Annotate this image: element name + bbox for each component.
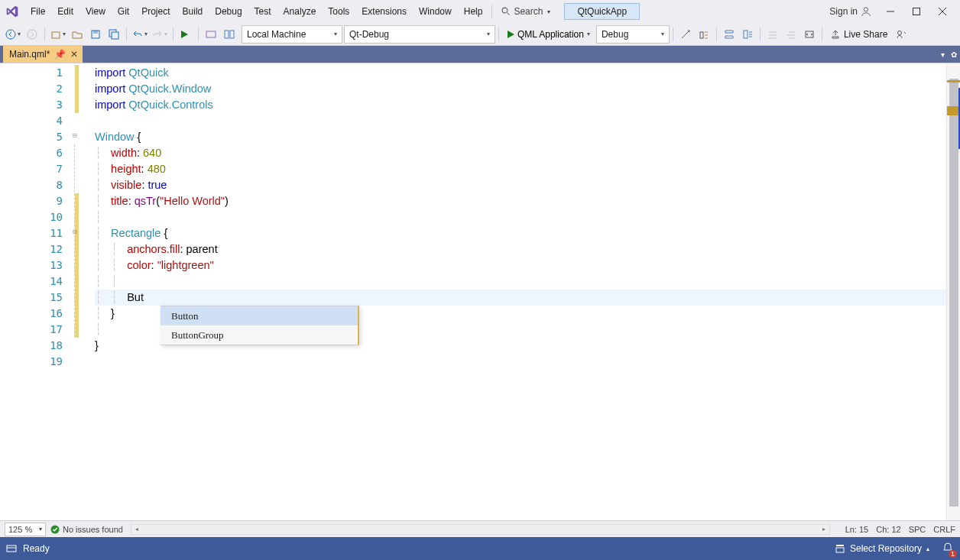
search-label: Search <box>514 6 543 17</box>
menu-debug[interactable]: Debug <box>209 0 248 23</box>
separator <box>673 28 673 41</box>
launch-config-combo[interactable]: Debug▾ <box>596 25 670 44</box>
redo-button[interactable]: ▾ <box>150 25 170 44</box>
menu-file[interactable]: File <box>24 0 51 23</box>
run-qml-label: QML Application <box>517 29 584 40</box>
doc-well-menu-icon[interactable]: ▾ <box>941 50 945 59</box>
line-ending[interactable]: CRLF <box>933 525 955 534</box>
solution-name-box[interactable]: QtQuickApp <box>564 3 640 20</box>
menu-view[interactable]: View <box>79 0 112 23</box>
solution-config-button[interactable] <box>202 25 220 44</box>
svg-rect-25 <box>836 548 844 552</box>
completion-item[interactable]: ButtonGroup <box>161 325 358 345</box>
menu-tools[interactable]: Tools <box>322 0 355 23</box>
repo-caret-icon: ▴ <box>926 545 929 552</box>
live-share-icon <box>830 29 841 40</box>
file-tab-label: Main.qml* <box>9 49 50 60</box>
menu-edit[interactable]: Edit <box>51 0 79 23</box>
status-bar: Ready Select Repository ▴ 1 <box>0 537 960 560</box>
sign-in-button[interactable]: Sign in <box>829 6 871 17</box>
select-repository-button[interactable]: Select Repository ▴ <box>829 537 936 560</box>
menu-project[interactable]: Project <box>135 0 176 23</box>
svg-rect-14 <box>206 31 216 37</box>
menu-git[interactable]: Git <box>112 0 135 23</box>
nav-back-button[interactable]: ▾ <box>3 25 23 44</box>
file-tab[interactable]: Main.qml* 📌 ✕ <box>3 46 83 63</box>
solution-platform-button[interactable] <box>220 25 238 44</box>
menu-build[interactable]: Build <box>177 0 209 23</box>
output-icon[interactable] <box>6 543 17 554</box>
nav-fwd-button[interactable] <box>23 25 41 44</box>
tool-button-1[interactable] <box>676 25 695 44</box>
new-project-button[interactable]: ▾ <box>48 25 68 44</box>
tool-button-7[interactable] <box>800 25 819 44</box>
horizontal-scrollbar[interactable]: ◂ ▸ <box>131 524 830 535</box>
undo-button[interactable]: ▾ <box>130 25 150 44</box>
tool-button-2[interactable] <box>695 25 713 44</box>
completion-popup[interactable]: Button ButtonGroup <box>161 306 359 345</box>
notifications-button[interactable]: 1 <box>942 542 954 556</box>
issues-indicator[interactable]: No issues found <box>50 525 123 534</box>
title-bar: File Edit View Git Project Build Debug T… <box>0 0 960 23</box>
tool-button-3[interactable] <box>720 25 738 44</box>
repo-label: Select Repository <box>850 543 922 554</box>
separator <box>716 28 717 41</box>
save-all-button[interactable] <box>105 25 123 44</box>
save-button[interactable] <box>86 25 105 44</box>
indent-mode[interactable]: SPC <box>909 525 926 534</box>
menu-extensions[interactable]: Extensions <box>355 0 413 23</box>
close-tab-icon[interactable]: ✕ <box>69 49 79 60</box>
fold-toggle[interactable]: ⊟ <box>70 131 79 139</box>
launch-config-value: Debug <box>602 29 628 40</box>
svg-line-1 <box>508 13 510 15</box>
open-file-button[interactable] <box>68 25 86 44</box>
svg-rect-18 <box>744 31 748 38</box>
line-number-gutter: 1234 5678 9101112 13141516 171819 <box>0 63 70 520</box>
doc-well-gear-icon[interactable]: ✿ <box>951 50 957 59</box>
maximize-button[interactable] <box>903 0 929 23</box>
status-ready: Ready <box>23 543 50 554</box>
tool-button-4[interactable] <box>738 25 757 44</box>
separator <box>126 28 127 41</box>
zoom-combo[interactable]: 125 %▾ <box>5 523 46 536</box>
startup-target-combo[interactable]: Local Machine▾ <box>242 25 342 44</box>
tool-button-5[interactable] <box>764 25 782 44</box>
notification-badge: 1 <box>949 550 957 558</box>
pin-icon[interactable]: 📌 <box>54 49 66 60</box>
fold-toggle[interactable]: ⊟ <box>70 228 79 235</box>
svg-point-0 <box>503 8 508 13</box>
menu-help[interactable]: Help <box>458 0 489 23</box>
menu-analyze[interactable]: Analyze <box>277 0 323 23</box>
issues-text: No issues found <box>63 525 123 534</box>
tool-button-6[interactable] <box>782 25 800 44</box>
menu-window[interactable]: Window <box>413 0 458 23</box>
document-well: Main.qml* 📌 ✕ ▾ ✿ <box>0 46 960 63</box>
change-marker <box>75 193 79 338</box>
search-caret-icon: ▾ <box>547 8 550 15</box>
menu-test[interactable]: Test <box>248 0 277 23</box>
live-share-button[interactable]: Live Share <box>825 25 892 44</box>
start-button[interactable] <box>177 25 195 44</box>
scroll-marker <box>947 80 960 83</box>
vertical-scrollbar[interactable] <box>946 63 960 520</box>
scrollbar-thumb[interactable] <box>949 79 958 507</box>
editor-info-bar: 125 %▾ No issues found ◂ ▸ Ln: 15 Ch: 12… <box>0 520 960 537</box>
run-qml-button[interactable]: QML Application▾ <box>502 25 595 44</box>
svg-rect-24 <box>836 545 844 546</box>
qt-config-combo[interactable]: Qt-Debug▾ <box>344 25 495 44</box>
search-box[interactable]: Search ▾ <box>495 3 556 20</box>
live-share-label: Live Share <box>844 29 887 40</box>
hscroll-right-icon[interactable]: ▸ <box>819 525 829 534</box>
code-area[interactable]: import QtQuick import QtQuick.Window imp… <box>93 63 960 520</box>
code-editor[interactable]: ▢ 1234 5678 9101112 13141516 171819 ⊟ ⊟ … <box>0 63 960 520</box>
standard-toolbar: ▾ ▾ ▾ ▾ Local Machine▾ Qt-Debug▾ QML App… <box>0 23 960 46</box>
solution-name: QtQuickApp <box>577 6 627 17</box>
close-button[interactable] <box>929 0 955 23</box>
sign-in-label: Sign in <box>829 6 858 17</box>
minimize-button[interactable] <box>877 0 903 23</box>
hscroll-left-icon[interactable]: ◂ <box>131 525 142 534</box>
main-menu: File Edit View Git Project Build Debug T… <box>24 0 488 23</box>
feedback-button[interactable] <box>892 25 910 44</box>
separator <box>498 28 499 41</box>
completion-item[interactable]: Button <box>161 306 358 325</box>
